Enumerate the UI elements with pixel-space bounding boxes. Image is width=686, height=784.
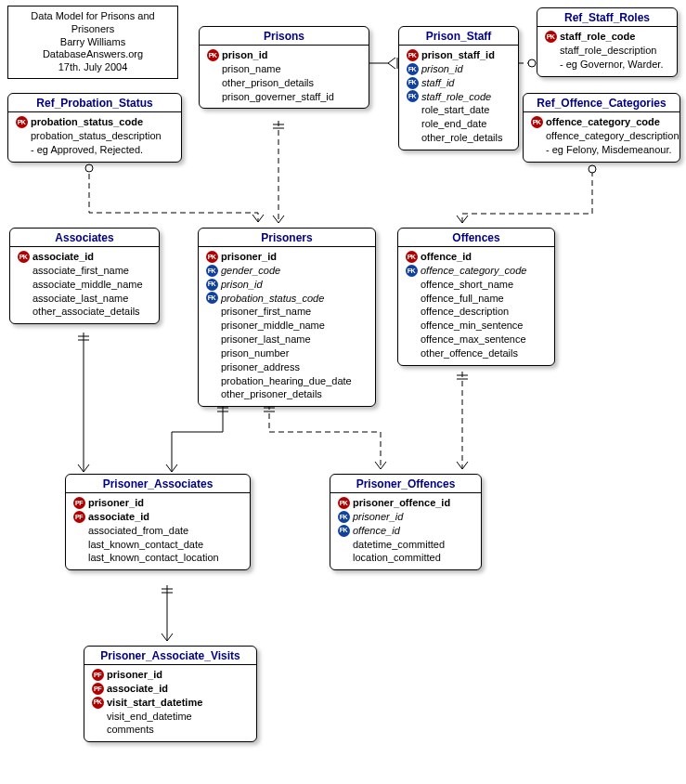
pk-key-icon: PK: [18, 251, 30, 263]
attribute-name: offence_category_description: [544, 129, 680, 143]
attribute-row: prisoner_address: [204, 360, 369, 374]
info-source: DatabaseAnswers.org: [14, 48, 172, 61]
fk-key-icon: FK: [206, 265, 218, 277]
attribute-row: associate_last_name: [16, 292, 153, 306]
attribute-row: PKprison_staff_id: [405, 48, 512, 62]
er-diagram-canvas: Data Model for Prisons and PrisonersBarr…: [0, 0, 686, 784]
entity-prisons: Prisons PKprison_idprison_nameother_pris…: [199, 26, 369, 109]
entity-title: Prisoner_Offences: [330, 475, 481, 493]
fk-key-icon: FK: [206, 279, 218, 291]
attribute-name: other_prisoner_details: [219, 387, 322, 401]
pk-key-icon: PK: [338, 497, 350, 509]
attribute-name: offence_min_sentence: [419, 319, 524, 333]
attribute-name: prison_id: [220, 48, 268, 62]
attribute-row: FKprison_id: [204, 278, 369, 292]
attribute-name: prison_staff_id: [420, 48, 495, 62]
attribute-row: datetime_committed: [336, 538, 475, 552]
attribute-row: prisoner_last_name: [204, 333, 369, 346]
attribute-name: probation_status_code: [219, 292, 324, 306]
attribute-name: prisoner_id: [219, 250, 277, 264]
entity-associates: Associates PKassociate_idassociate_first…: [9, 228, 160, 324]
entity-title: Ref_Offence_Categories: [524, 94, 680, 112]
entity-attributes: PKprisoner_idFKgender_codeFKprison_idFKp…: [199, 247, 375, 406]
entity-ref-offence-categories: Ref_Offence_Categories PKoffence_categor…: [523, 93, 680, 163]
attribute-name: prisoner_first_name: [219, 305, 311, 319]
attribute-row: FKprisoner_id: [336, 510, 475, 524]
attribute-name: prisoner_id: [351, 510, 403, 524]
attribute-row: offence_description: [404, 305, 549, 319]
attribute-name: visit_start_datetime: [105, 696, 202, 710]
entity-title: Prisoner_Associates: [66, 475, 250, 493]
attribute-row: FKprison_id: [405, 62, 512, 76]
fk-key-icon: FK: [407, 90, 419, 102]
entity-attributes: PKstaff_role_codestaff_role_description-…: [537, 27, 677, 76]
attribute-row: prisoner_first_name: [204, 305, 369, 319]
attribute-name: probation_status_description: [29, 129, 162, 143]
attribute-name: - eg Felony, Misdemeanour.: [544, 143, 672, 157]
entity-attributes: PFprisoner_idPFassociate_idassociated_fr…: [66, 493, 250, 569]
attribute-row: prison_governer_staff_id: [205, 90, 363, 104]
pf-key-icon: PF: [73, 511, 85, 523]
attribute-row: FKoffence_category_code: [404, 264, 549, 278]
attribute-name: prisoner_address: [219, 360, 300, 374]
attribute-row: FKgender_code: [204, 264, 369, 278]
attribute-row: offence_max_sentence: [404, 333, 549, 346]
pk-key-icon: PK: [531, 116, 543, 128]
attribute-row: associate_first_name: [16, 264, 153, 278]
svg-point-1: [85, 164, 93, 172]
attribute-row: prison_name: [205, 62, 363, 76]
attribute-row: PKprisoner_offence_id: [336, 496, 475, 510]
attribute-row: staff_role_description: [543, 44, 671, 58]
attribute-row: other_role_details: [405, 131, 512, 145]
attribute-row: offence_short_name: [404, 278, 549, 292]
attribute-name: staff_id: [420, 76, 454, 90]
attribute-name: offence_max_sentence: [419, 333, 526, 346]
attribute-name: other_role_details: [420, 131, 502, 145]
pk-key-icon: PK: [16, 116, 28, 128]
attribute-name: offence_full_name: [419, 292, 504, 306]
attribute-name: probation_hearing_due_date: [219, 374, 352, 388]
entity-title: Prisons: [200, 27, 369, 46]
attribute-row: other_prisoner_details: [204, 387, 369, 401]
pk-key-icon: PK: [207, 49, 219, 61]
entity-title: Offences: [398, 229, 554, 247]
attribute-name: associate_id: [86, 510, 149, 524]
diagram-info-box: Data Model for Prisons and PrisonersBarr…: [7, 6, 178, 79]
attribute-name: - eg Governor, Warder.: [558, 58, 663, 72]
attribute-row: PKstaff_role_code: [543, 30, 671, 44]
attribute-row: location_committed: [336, 551, 475, 565]
attribute-name: staff_role_code: [420, 90, 491, 104]
attribute-name: prisoner_last_name: [219, 333, 311, 346]
attribute-name: staff_role_description: [558, 44, 656, 58]
attribute-name: offence_category_code: [419, 264, 526, 278]
attribute-name: prison_id: [219, 278, 263, 292]
attribute-row: FKstaff_role_code: [405, 90, 512, 104]
attribute-row: last_known_contact_date: [71, 538, 244, 552]
attribute-row: PKprobation_status_code: [14, 115, 175, 129]
fk-key-icon: FK: [338, 511, 350, 523]
fk-key-icon: FK: [406, 265, 418, 277]
svg-point-0: [528, 59, 536, 67]
entity-ref-staff-roles: Ref_Staff_Roles PKstaff_role_codestaff_r…: [537, 7, 678, 77]
entity-prisoner-associate-visits: Prisoner_Associate_Visits PFprisoner_idP…: [84, 646, 257, 742]
attribute-name: offence_description: [419, 305, 509, 319]
attribute-row: prison_number: [204, 346, 369, 360]
pk-key-icon: PK: [206, 251, 218, 263]
entity-attributes: PFprisoner_idPFassociate_idPKvisit_start…: [84, 665, 256, 741]
attribute-name: associate_middle_name: [31, 278, 143, 292]
entity-attributes: PKprobation_status_codeprobation_status_…: [8, 112, 181, 162]
entity-prisoner-associates: Prisoner_Associates PFprisoner_idPFassoc…: [65, 474, 251, 570]
attribute-name: probation_status_code: [29, 115, 143, 129]
attribute-name: location_committed: [351, 551, 441, 565]
info-date: 17th. July 2004: [14, 61, 172, 74]
attribute-row: associate_middle_name: [16, 278, 153, 292]
pk-key-icon: PK: [406, 251, 418, 263]
info-author: Barry Williams: [14, 36, 172, 49]
entity-prison-staff: Prison_Staff PKprison_staff_idFKprison_i…: [398, 26, 519, 150]
attribute-row: PKassociate_id: [16, 250, 153, 264]
attribute-name: last_known_contact_location: [86, 551, 219, 565]
pk-key-icon: PK: [407, 49, 419, 61]
entity-prisoner-offences: Prisoner_Offences PKprisoner_offence_idF…: [330, 474, 482, 570]
attribute-name: role_end_date: [420, 117, 486, 131]
attribute-row: PKvisit_start_datetime: [90, 696, 251, 710]
